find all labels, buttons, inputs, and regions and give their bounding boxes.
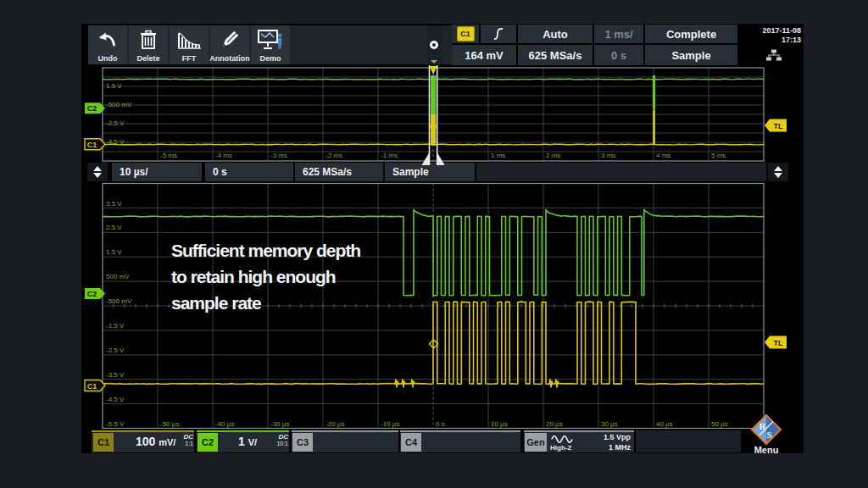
annotation-line: Sufficient memory depth: [171, 237, 360, 263]
zoom-window-green-fill: [431, 75, 436, 114]
main-y-label: 500 mV: [106, 273, 130, 280]
main-x-label: -10 µs: [381, 420, 399, 428]
channel2-badge[interactable]: C2: [198, 433, 218, 452]
channel1-value[interactable]: 100 mV/: [136, 435, 175, 448]
zoom-window-right-handle[interactable]: [437, 152, 445, 165]
main-y-label: 2.5 V: [106, 224, 122, 231]
channel2-value[interactable]: 1 V/: [238, 435, 257, 448]
overview-y-label: -2.5 V: [106, 119, 125, 127]
svg-text:S: S: [767, 430, 772, 440]
generator-frequency: 1 MHz: [556, 442, 631, 452]
overview-y-label: -500 mV: [106, 101, 132, 108]
overview-x-label: 1 ms: [491, 152, 505, 159]
overview-x-label: -3 ms: [270, 152, 287, 159]
main-y-label: 3.5 V: [106, 200, 122, 208]
collapse-triangle-icon[interactable]: [431, 60, 437, 64]
oscilloscope-screen: UndoDeleteFFTAnnotationDemo C1Auto1 ms/C…: [0, 0, 868, 488]
overview-x-label: 2 ms: [546, 152, 560, 159]
channel4-badge[interactable]: C4: [401, 433, 421, 452]
main-y-label: -500 mV: [106, 297, 132, 305]
main-c1-marker-label: C1: [87, 382, 97, 391]
main-x-label: 0 s: [436, 420, 445, 428]
main-y-label: -2.5 V: [106, 347, 125, 354]
main-y-label: -1.5 V: [106, 322, 125, 330]
overview-c2-marker-label: C2: [87, 104, 97, 113]
channel1-unit: mV/: [159, 437, 175, 447]
generator-amplitude: 1.5 Vpp: [556, 432, 631, 442]
channel1-badge[interactable]: C1: [93, 433, 114, 452]
overview-event-green: [653, 75, 655, 109]
main-x-label: 50 µs: [711, 420, 728, 428]
menu-button[interactable]: RSMenu: [741, 412, 792, 454]
main-y-label: -4.5 V: [106, 396, 125, 403]
main-y-label: 1.5 V: [106, 248, 122, 256]
main-y-label: -3.5 V: [106, 371, 125, 379]
main-x-label: 30 µs: [601, 420, 618, 428]
overview-x-label: 4 ms: [656, 152, 670, 159]
main-x-label: 10 µs: [491, 420, 508, 428]
main-x-label: -50 µs: [160, 420, 179, 428]
trigger-position-marker[interactable]: [430, 66, 437, 75]
annotation-line: to retain high enough: [171, 263, 360, 290]
channel1-scale: 100: [136, 435, 155, 448]
channel3-badge[interactable]: C3: [292, 433, 313, 452]
main-c2-marker-label: C2: [87, 290, 97, 298]
main-x-label: 40 µs: [656, 420, 673, 428]
menu-label: Menu: [741, 445, 792, 455]
channel2-unit: V/: [248, 437, 257, 447]
channel1-probe: 1:1: [176, 441, 193, 447]
position-indicator-dot[interactable]: [430, 41, 438, 49]
zoom-window-left-handle[interactable]: [422, 152, 430, 165]
channel2-coupling-info: DC10:1: [271, 434, 288, 447]
overview-c1-marker-label: C1: [87, 141, 97, 149]
main-x-label: -30 µs: [270, 420, 289, 428]
annotation-text: Sufficient memory depthto retain high en…: [171, 237, 360, 316]
screen-background: UndoDeleteFFTAnnotationDemo C1Auto1 ms/C…: [81, 24, 804, 453]
overview-event-yellow: [653, 110, 655, 146]
main-x-label: 20 µs: [546, 420, 563, 428]
overview-x-label: -4 ms: [215, 152, 232, 159]
overview-x-label: -1 ms: [381, 152, 398, 159]
overview-x-label: 5 ms: [711, 152, 726, 159]
generator-badge[interactable]: Gen: [525, 433, 547, 452]
overview-y-label: 1.5 V: [106, 82, 122, 90]
overview-x-label: 3 ms: [601, 152, 615, 159]
main-x-label: -40 µs: [215, 420, 234, 428]
channel1-coupling: DC: [176, 434, 193, 441]
channel2-scale: 1: [238, 435, 245, 448]
channel2-coupling: DC: [271, 434, 288, 441]
svg-text:R: R: [760, 421, 767, 431]
overview-trigger-level-marker-label: TL: [774, 122, 783, 130]
generator-values: 1.5 Vpp1 MHz: [556, 432, 631, 452]
annotation-line: sample rate: [171, 290, 360, 316]
overview-x-label: -2 ms: [326, 152, 342, 159]
channel1-coupling-info: DC1:1: [176, 434, 193, 447]
overview-x-label: -5 ms: [160, 152, 177, 159]
channel-bar: C1100 mV/DC1:1C21 V/DC10:1C3C4GenHigh-Z1…: [81, 430, 804, 453]
main-x-label: -20 µs: [326, 420, 344, 428]
main-trigger-level-marker-label: TL: [774, 339, 783, 347]
main-y-label: -5.5 V: [106, 420, 125, 428]
channel2-probe: 10:1: [271, 441, 288, 447]
bottom-bar-filler[interactable]: [636, 430, 741, 452]
rs-logo: RS: [748, 413, 785, 448]
